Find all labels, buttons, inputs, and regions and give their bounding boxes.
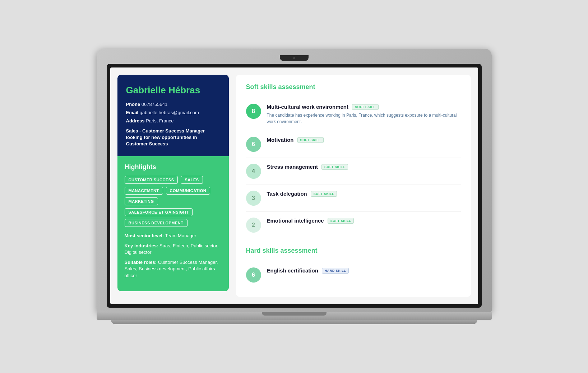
skill-header: Stress managementSOFT SKILL xyxy=(267,164,461,170)
score-circle: 2 xyxy=(246,218,261,233)
skill-content: Multi-cultural work environmentSOFT SKIL… xyxy=(267,104,461,125)
highlight-tag: MANAGEMENT xyxy=(125,187,163,195)
skill-name: Stress management xyxy=(267,164,318,170)
camera-notch xyxy=(280,55,309,61)
soft-skills-title: Soft skills assessment xyxy=(246,83,461,91)
camera-dot xyxy=(293,57,295,59)
skill-desc: The candidate has experience working in … xyxy=(267,112,461,125)
skill-badge: SOFT SKILL xyxy=(328,218,354,224)
skill-header: MotivationSOFT SKILL xyxy=(267,137,461,143)
highlights-title: Highlights xyxy=(125,163,222,171)
score-circle: 6 xyxy=(246,137,261,152)
right-panel: Soft skills assessment 8Multi-cultural w… xyxy=(236,75,471,297)
soft-skill-item: 3Task delegationSOFT SKILL xyxy=(246,185,461,212)
skill-badge: SOFT SKILL xyxy=(297,137,324,143)
key-industries-label: Key industries: xyxy=(125,243,158,248)
skill-header: Task delegationSOFT SKILL xyxy=(267,191,461,197)
laptop-base xyxy=(111,320,477,324)
skill-name: Motivation xyxy=(267,137,294,143)
skill-name: Task delegation xyxy=(267,191,307,197)
suitable-roles-field: Suitable roles: Customer Success Manager… xyxy=(125,259,222,279)
profile-card: Gabrielle Hébras Phone 0678755641 Email … xyxy=(117,75,229,156)
laptop-bottom xyxy=(97,312,492,320)
left-panel: Gabrielle Hébras Phone 0678755641 Email … xyxy=(117,75,229,297)
profile-name: Gabrielle Hébras xyxy=(126,85,220,96)
skill-name: English certification xyxy=(267,267,318,274)
skill-content: Task delegationSOFT SKILL xyxy=(267,191,461,199)
hard-skills-list: 6English certificationHARD SKILL xyxy=(246,262,461,288)
skill-name: Multi-cultural work environment xyxy=(267,104,349,110)
address-value: Paris, France xyxy=(146,118,173,123)
hard-skills-title: Hard skills assessment xyxy=(246,247,461,255)
skill-content: MotivationSOFT SKILL xyxy=(267,137,461,145)
soft-skill-item: 6MotivationSOFT SKILL xyxy=(246,131,461,158)
laptop-top: Gabrielle Hébras Phone 0678755641 Email … xyxy=(97,49,492,312)
soft-skill-item: 8Multi-cultural work environmentSOFT SKI… xyxy=(246,98,461,131)
suitable-roles-label: Suitable roles: xyxy=(125,260,157,265)
hard-skills-section: Hard skills assessment 6English certific… xyxy=(246,247,461,288)
highlight-tag: SALESFORCE ET GAINSIGHT xyxy=(125,208,193,216)
soft-skill-item: 4Stress managementSOFT SKILL xyxy=(246,158,461,185)
highlight-tag: SALES xyxy=(181,176,203,184)
email-value: gabrielle.hebras@gmail.com xyxy=(140,110,199,115)
app-content: Gabrielle Hébras Phone 0678755641 Email … xyxy=(110,67,478,304)
skill-content: Emotional intelligenceSOFT SKILL xyxy=(267,218,461,226)
skill-content: English certificationHARD SKILL xyxy=(267,267,461,276)
skill-header: English certificationHARD SKILL xyxy=(267,267,461,274)
profile-email: Email gabrielle.hebras@gmail.com xyxy=(126,110,220,115)
profile-bio: Sales - Customer Success Manager looking… xyxy=(126,128,220,148)
highlight-tag: COMMUNICATION xyxy=(166,187,210,195)
skill-badge: SOFT SKILL xyxy=(352,104,379,110)
tags-container: CUSTOMER SUCCESSSALESMANAGEMENTCOMMUNICA… xyxy=(125,176,222,227)
skill-badge: HARD SKILL xyxy=(322,268,349,274)
screen: Gabrielle Hébras Phone 0678755641 Email … xyxy=(110,67,478,304)
key-industries-field: Key industries: Saas, Fintech, Public se… xyxy=(125,243,222,256)
hinge-notch xyxy=(262,312,327,316)
highlight-tag: CUSTOMER SUCCESS xyxy=(125,176,178,184)
phone-label: Phone xyxy=(126,102,140,107)
profile-phone: Phone 0678755641 xyxy=(126,102,220,107)
laptop-frame: Gabrielle Hébras Phone 0678755641 Email … xyxy=(97,49,492,324)
soft-skills-list: 8Multi-cultural work environmentSOFT SKI… xyxy=(246,98,461,238)
score-circle: 8 xyxy=(246,104,261,119)
skill-name: Emotional intelligence xyxy=(267,218,324,224)
skill-header: Emotional intelligenceSOFT SKILL xyxy=(267,218,461,224)
skill-header: Multi-cultural work environmentSOFT SKIL… xyxy=(267,104,461,110)
hard-skill-item: 6English certificationHARD SKILL xyxy=(246,262,461,288)
highlight-tag: BUSINESS DEVELOPMENT xyxy=(125,219,187,227)
most-senior-field: Most senior level: Team Manager xyxy=(125,233,222,239)
highlights-card: Highlights CUSTOMER SUCCESSSALESMANAGEME… xyxy=(117,156,229,291)
screen-bezel: Gabrielle Hébras Phone 0678755641 Email … xyxy=(107,64,482,308)
score-circle: 3 xyxy=(246,191,261,206)
most-senior-value: Team Manager xyxy=(165,233,196,238)
email-label: Email xyxy=(126,110,139,115)
soft-skill-item: 2Emotional intelligenceSOFT SKILL xyxy=(246,212,461,238)
skill-badge: SOFT SKILL xyxy=(321,164,348,170)
highlight-tag: MARKETING xyxy=(125,197,158,205)
most-senior-label: Most senior level: xyxy=(125,233,164,238)
profile-address: Address Paris, France xyxy=(126,118,220,123)
skill-content: Stress managementSOFT SKILL xyxy=(267,164,461,172)
skill-badge: SOFT SKILL xyxy=(311,191,337,197)
score-circle: 4 xyxy=(246,164,261,179)
address-label: Address xyxy=(126,118,145,123)
score-circle: 6 xyxy=(246,267,261,283)
phone-value: 0678755641 xyxy=(142,102,167,107)
